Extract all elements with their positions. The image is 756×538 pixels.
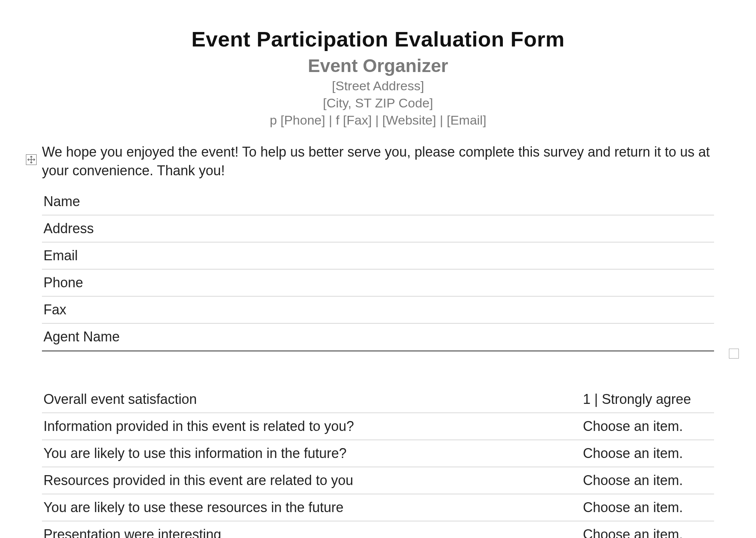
questions-table: Overall event satisfaction 1 | Strongly … xyxy=(42,386,714,538)
question-row-use-info-future: You are likely to use this information i… xyxy=(42,440,714,467)
question-label: Resources provided in this event are rel… xyxy=(43,472,575,488)
field-row-name[interactable]: Name xyxy=(42,188,714,215)
question-dropdown[interactable]: Choose an item. xyxy=(575,472,713,488)
question-row-info-related: Information provided in this event is re… xyxy=(42,413,714,440)
city-state-zip: [City, ST ZIP Code] xyxy=(42,96,714,110)
street-address: [Street Address] xyxy=(42,78,714,93)
question-dropdown[interactable]: 1 | Strongly agree xyxy=(575,391,713,407)
table-resize-handle-icon[interactable] xyxy=(729,349,739,359)
question-row-use-resources-future: You are likely to use these resources in… xyxy=(42,494,714,521)
question-row-resources-related: Resources provided in this event are rel… xyxy=(42,467,714,494)
field-row-fax[interactable]: Fax xyxy=(42,296,714,323)
field-row-agent-name[interactable]: Agent Name xyxy=(42,323,714,352)
document-page: Event Participation Evaluation Form Even… xyxy=(0,0,756,538)
intro-paragraph: We hope you enjoyed the event! To help u… xyxy=(42,143,714,180)
question-label: Information provided in this event is re… xyxy=(43,418,575,434)
question-row-overall-satisfaction: Overall event satisfaction 1 | Strongly … xyxy=(42,386,714,413)
question-label: You are likely to use this information i… xyxy=(43,445,575,461)
organizer-subtitle: Event Organizer xyxy=(42,55,714,76)
page-title: Event Participation Evaluation Form xyxy=(42,27,714,51)
question-label: You are likely to use these resources in… xyxy=(43,500,575,516)
contact-line: p [Phone] | f [Fax] | [Website] | [Email… xyxy=(42,113,714,128)
question-label: Presentation were interesting xyxy=(43,527,575,538)
question-row-presentation-interesting: Presentation were interesting Choose an … xyxy=(42,521,714,538)
document-header: Event Participation Evaluation Form Even… xyxy=(42,27,714,128)
field-row-phone[interactable]: Phone xyxy=(42,269,714,296)
move-handle-icon[interactable] xyxy=(26,154,37,165)
question-dropdown[interactable]: Choose an item. xyxy=(575,500,713,516)
contact-fields-table: Name Address Email Phone Fax Agent Name xyxy=(42,188,714,352)
question-dropdown[interactable]: Choose an item. xyxy=(575,445,713,461)
question-dropdown[interactable]: Choose an item. xyxy=(575,418,713,434)
field-row-address[interactable]: Address xyxy=(42,215,714,242)
question-dropdown[interactable]: Choose an item. xyxy=(575,527,713,538)
question-label: Overall event satisfaction xyxy=(43,391,575,407)
field-row-email[interactable]: Email xyxy=(42,242,714,269)
